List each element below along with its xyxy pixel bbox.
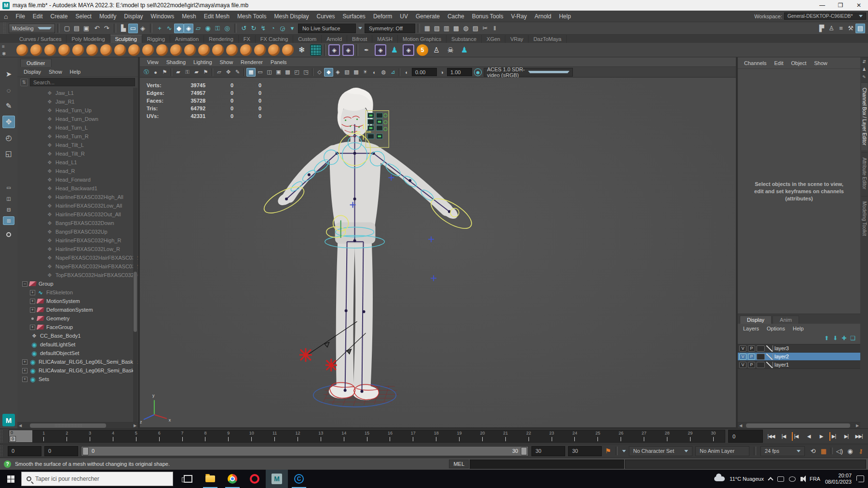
outliner-item[interactable]: ❖Head_Tilt_R xyxy=(17,149,138,158)
frame-14[interactable]: 14 xyxy=(332,430,355,442)
shelf-tab-vray[interactable]: VRay xyxy=(505,35,529,43)
outliner-item[interactable]: ❖Head_L1 xyxy=(17,158,138,167)
pause-viewport-icon[interactable]: ‖ xyxy=(490,24,500,33)
viewport-menu-renderer[interactable]: Renderer xyxy=(237,58,266,66)
frame-18[interactable]: 18 xyxy=(425,430,448,442)
mannequin-icon[interactable]: ♙ xyxy=(431,44,442,56)
side-tab-channel-box-layer-editor[interactable]: Channel Box / Layer Editor xyxy=(861,82,868,150)
group-separator[interactable] xyxy=(234,24,237,33)
frame-24[interactable]: 24 xyxy=(563,430,586,442)
output-connections-icon[interactable]: ↻ xyxy=(249,24,258,33)
anti-alias-icon[interactable]: ⊿ xyxy=(388,68,397,77)
command-line-input[interactable] xyxy=(470,460,624,469)
shelf-tab-bifrost[interactable]: Bifrost xyxy=(347,35,372,43)
group-separator[interactable] xyxy=(418,24,420,33)
volume-icon[interactable] xyxy=(800,477,803,481)
channel-box-menu-edit[interactable]: Edit xyxy=(771,59,787,67)
menu-uv[interactable]: UV xyxy=(396,13,412,20)
add-empty-layer-icon[interactable]: ✚ xyxy=(841,335,846,342)
layer-row-layer2[interactable]: VPlayer2 xyxy=(738,353,860,361)
outliner-tab[interactable]: Outliner xyxy=(20,59,52,67)
exposure-field[interactable]: 0.00 xyxy=(412,68,437,76)
menu-display[interactable]: Display xyxy=(120,13,147,20)
textured-icon[interactable]: ▧ xyxy=(342,68,352,77)
outliner-menu-help[interactable]: Help xyxy=(67,68,84,76)
smooth-brush-icon[interactable] xyxy=(44,44,56,56)
workspace-dropdown[interactable]: General-DESKTOP-C96IEDB* xyxy=(784,13,866,20)
shelf-tab-fx-caching[interactable]: FX Caching xyxy=(256,35,293,43)
frame-7[interactable]: 7 xyxy=(171,430,194,442)
layer-color-swatch[interactable] xyxy=(757,354,765,360)
bulge-brush-icon[interactable] xyxy=(240,44,252,56)
chrome-icon[interactable] xyxy=(221,470,244,488)
use-all-lights-icon[interactable]: ☀ xyxy=(361,68,370,77)
frame-30[interactable]: 30 xyxy=(702,430,725,442)
new-scene-icon[interactable]: ▢ xyxy=(62,24,72,33)
play-forwards-button[interactable]: ▶ xyxy=(815,431,827,442)
range-slider[interactable]: 0 30 xyxy=(81,446,529,456)
shelf-tab-poly-modeling[interactable]: Poly Modeling xyxy=(67,35,110,43)
current-time-marker[interactable]: 0 0 xyxy=(9,430,32,442)
layer-tab-anim[interactable]: Anim xyxy=(773,316,799,324)
shelf-gear-icon[interactable]: ✱ xyxy=(2,51,6,56)
frame-22[interactable]: 22 xyxy=(517,430,540,442)
open-render-view-icon[interactable]: ▦ xyxy=(422,24,432,33)
layer-visibility-toggle[interactable]: V xyxy=(739,345,746,352)
snap-to-curves-icon[interactable]: ∿ xyxy=(164,24,174,33)
unfreeze-all-icon[interactable] xyxy=(310,44,322,56)
frame-19[interactable]: 19 xyxy=(448,430,471,442)
smear-brush-icon[interactable] xyxy=(226,44,238,56)
grab-brush-icon[interactable] xyxy=(72,44,84,56)
outliner-item[interactable]: ❖NapeFBXASC032HairFBXASC032Close xyxy=(17,262,138,271)
channel-box-scrollbar[interactable]: ◀ ▶ xyxy=(738,422,860,428)
paint-selection-tool[interactable]: ✎ xyxy=(2,100,15,112)
bookmark-icon[interactable]: ⚑ xyxy=(201,68,210,77)
menu-edit-mesh[interactable]: Edit Mesh xyxy=(200,13,233,20)
outliner-item[interactable]: ❖HairlineFBXASC032Low_R xyxy=(17,245,138,253)
outliner-item-rlicavatar-rlg6-leg06l-semi-basket[interactable]: +◉RLICAvatar_RLG6_Leg06L_Semi_Basket xyxy=(17,357,138,366)
frame-27[interactable]: 27 xyxy=(633,430,656,442)
group-separator[interactable] xyxy=(57,24,60,33)
outliner-item[interactable]: ❖Head_Backward1 xyxy=(17,184,138,193)
play-backwards-button[interactable]: ◀ xyxy=(802,431,815,442)
side-tab-attribute-editor[interactable]: Attribute Editor xyxy=(861,152,868,194)
menu-create[interactable]: Create xyxy=(47,13,72,20)
layout-single-pane[interactable]: ▭ xyxy=(3,183,14,192)
viewport-menu-shading[interactable]: Shading xyxy=(163,58,189,66)
expand-icon[interactable]: + xyxy=(30,290,35,295)
group-separator[interactable] xyxy=(150,24,152,33)
shelf-tab-xgen[interactable]: XGen xyxy=(482,35,505,43)
make-object-live-icon[interactable]: ◉ xyxy=(203,24,213,33)
step-back-frame-button[interactable]: |◀ xyxy=(790,431,802,442)
viewport-menu-show[interactable]: Show xyxy=(217,58,237,66)
viewport-canvas[interactable]: Verts:3974500Edges:7495700Faces:3572800T… xyxy=(140,78,736,427)
go-to-end-button[interactable]: ▶▶| xyxy=(853,431,865,442)
resolution-gate-icon[interactable]: ◫ xyxy=(265,68,274,77)
freeze-all-icon[interactable]: ❄ xyxy=(296,44,308,56)
select-by-hierarchy-icon[interactable]: ▙ xyxy=(119,24,128,33)
outliner-item[interactable]: ❖Head_Turn_Down xyxy=(17,115,138,123)
group-separator[interactable] xyxy=(114,24,116,33)
occlusion-icon[interactable]: ◍ xyxy=(379,68,388,77)
shelf-tab-fx[interactable]: FX xyxy=(239,35,256,43)
outliner-item[interactable]: ❖Head_Turn_R xyxy=(17,132,138,141)
open-scene-icon[interactable]: ▤ xyxy=(72,24,81,33)
close-button[interactable]: ✕ xyxy=(850,0,868,11)
viewport-menu-view[interactable]: View xyxy=(144,58,162,66)
evaluation-mode-icon[interactable]: ◶ xyxy=(278,24,287,33)
quill-tool-icon[interactable]: ✒ xyxy=(361,44,372,56)
snapshot-icon[interactable]: ● xyxy=(151,68,160,77)
save-scene-icon[interactable]: ▣ xyxy=(81,24,91,33)
imprint-brush-icon[interactable] xyxy=(156,44,168,56)
cached-playback-icon[interactable]: ◔ xyxy=(268,24,278,33)
construction-history-icon[interactable]: ↯ xyxy=(258,24,268,33)
humanik-icon[interactable]: ♙ xyxy=(827,24,836,33)
safe-action-icon[interactable]: ◰ xyxy=(292,68,301,77)
exposure-icon[interactable]: ◐ xyxy=(402,68,411,77)
lasso-tool[interactable]: ◌ xyxy=(2,84,15,96)
renderer-select-icon[interactable]: Ⓥ xyxy=(142,68,151,77)
scroll-left-icon[interactable]: ◀ xyxy=(17,423,23,428)
relax-brush-icon[interactable] xyxy=(58,44,70,56)
menu-curves[interactable]: Curves xyxy=(313,13,339,20)
layout-four-panes[interactable]: ⊞ xyxy=(3,216,14,225)
